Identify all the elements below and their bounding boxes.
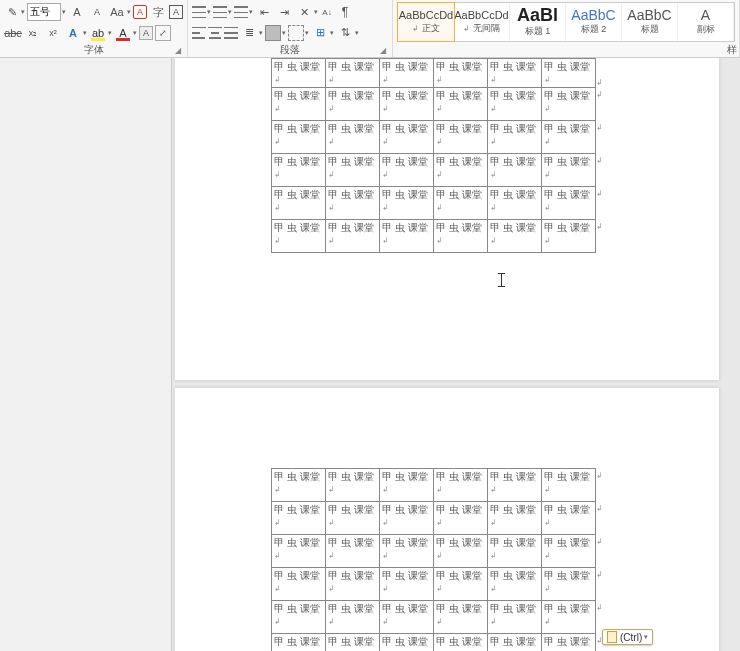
table-cell[interactable]: 甲 虫 课堂↲ (488, 59, 542, 88)
table-cell[interactable]: 甲 虫 课堂↲ (380, 88, 434, 121)
table-cell[interactable]: 甲 虫 课堂↲ (380, 59, 434, 88)
table-cell[interactable]: 甲 虫 课堂↲ (542, 601, 596, 634)
table-cell[interactable]: 甲 虫 课堂↲ (326, 88, 380, 121)
table-cell[interactable]: 甲 虫 课堂↲ (272, 502, 326, 535)
subscript-button[interactable]: x₂ (24, 24, 42, 42)
multilevel-list-button[interactable] (234, 6, 248, 18)
table-cell[interactable]: 甲 虫 课堂↲ (380, 220, 434, 253)
table-cell[interactable]: 甲 虫 课堂↲ (380, 568, 434, 601)
table-cell[interactable]: 甲 虫 课堂↲ (380, 601, 434, 634)
table-cell[interactable]: 甲 虫 课堂↲ (434, 121, 488, 154)
chevron-down-icon[interactable]: ▾ (62, 8, 66, 16)
shrink-font-button[interactable]: A (88, 3, 106, 21)
chevron-down-icon[interactable]: ▾ (207, 8, 211, 16)
table-cell[interactable]: 甲 虫 课堂↲ (488, 220, 542, 253)
table-cell[interactable]: 甲 虫 课堂↲ (272, 154, 326, 187)
table-cell[interactable]: 甲 虫 课堂↲ (434, 154, 488, 187)
table-cell[interactable]: 甲 虫 课堂↲ (434, 568, 488, 601)
table-cell[interactable]: 甲 虫 课堂↲ (434, 634, 488, 652)
style-item-副标[interactable]: A副标 (678, 3, 734, 41)
chevron-down-icon[interactable]: ▾ (259, 29, 263, 37)
sort-button[interactable]: A↓ (320, 5, 334, 19)
paste-options-button[interactable]: (Ctrl) ▾ (602, 629, 653, 645)
table-cell[interactable]: 甲 虫 课堂↲ (542, 220, 596, 253)
clear-formatting-button[interactable]: A (133, 5, 147, 19)
table-cell[interactable]: 甲 虫 课堂↲ (380, 187, 434, 220)
chevron-down-icon[interactable]: ▾ (108, 29, 112, 37)
table-cell[interactable]: 甲 虫 课堂↲ (542, 535, 596, 568)
document-page-1[interactable]: 甲 虫 课堂↲甲 虫 课堂↲甲 虫 课堂↲甲 虫 课堂↲甲 虫 课堂↲甲 虫 课… (175, 58, 719, 380)
table-cell[interactable]: 甲 虫 课堂↲ (488, 88, 542, 121)
bullets-button[interactable] (192, 6, 206, 18)
table-cell[interactable]: 甲 虫 课堂↲ (488, 634, 542, 652)
chevron-down-icon[interactable]: ▾ (127, 8, 131, 16)
decrease-indent-button[interactable]: ⇤ (255, 3, 273, 21)
dialog-launcher-font[interactable]: ◢ (175, 46, 185, 56)
chevron-down-icon[interactable]: ▾ (330, 29, 334, 37)
highlight-color-button[interactable]: ab (89, 25, 107, 41)
align-left-button[interactable] (192, 27, 206, 39)
chevron-down-icon[interactable]: ▾ (133, 29, 137, 37)
superscript-button[interactable]: x² (44, 24, 62, 42)
table-cell[interactable]: 甲 虫 课堂↲ (326, 634, 380, 652)
table-cell[interactable]: 甲 虫 课堂↲ (542, 502, 596, 535)
align-center-button[interactable] (208, 27, 222, 39)
document-table-1[interactable]: 甲 虫 课堂↲甲 虫 课堂↲甲 虫 课堂↲甲 虫 课堂↲甲 虫 课堂↲甲 虫 课… (271, 58, 604, 253)
table-cell[interactable]: 甲 虫 课堂↲ (434, 88, 488, 121)
table-cell[interactable]: 甲 虫 课堂↲ (326, 220, 380, 253)
text-effects-button[interactable]: A (64, 24, 82, 42)
dialog-launcher-paragraph[interactable]: ◢ (380, 46, 390, 56)
style-item-无间隔[interactable]: AaBbCcDd无间隔 (454, 3, 510, 41)
change-case-button[interactable]: Aa (108, 3, 126, 21)
strikethrough-button[interactable]: abc (4, 24, 22, 42)
table-cell[interactable]: 甲 虫 课堂↲ (488, 187, 542, 220)
table-cell[interactable]: 甲 虫 课堂↲ (272, 187, 326, 220)
table-cell[interactable]: 甲 虫 课堂↲ (272, 634, 326, 652)
table-cell[interactable]: 甲 虫 课堂↲ (488, 502, 542, 535)
table-cell[interactable]: 甲 虫 课堂↲ (488, 601, 542, 634)
borders-button[interactable] (288, 25, 304, 41)
table-cell[interactable]: 甲 虫 课堂↲ (380, 634, 434, 652)
table-cell[interactable]: 甲 虫 课堂↲ (326, 59, 380, 88)
table-cell[interactable]: 甲 虫 课堂↲ (272, 220, 326, 253)
align-justify-button[interactable] (224, 27, 238, 39)
paragraph-settings-button[interactable]: ⇅ (336, 24, 354, 42)
table-cell[interactable]: 甲 虫 课堂↲ (542, 568, 596, 601)
table-cell[interactable]: 甲 虫 课堂↲ (488, 568, 542, 601)
table-cell[interactable]: 甲 虫 课堂↲ (488, 469, 542, 502)
table-cell[interactable]: 甲 虫 课堂↲ (542, 59, 596, 88)
table-cell[interactable]: 甲 虫 课堂↲ (272, 535, 326, 568)
style-item-正文[interactable]: AaBbCcDd正文 (397, 2, 455, 42)
table-cell[interactable]: 甲 虫 课堂↲ (326, 154, 380, 187)
table-cell[interactable]: 甲 虫 课堂↲ (434, 220, 488, 253)
table-cell[interactable]: 甲 虫 课堂↲ (326, 187, 380, 220)
table-cell[interactable]: 甲 虫 课堂↲ (326, 535, 380, 568)
document-table-2[interactable]: 甲 虫 课堂↲甲 虫 课堂↲甲 虫 课堂↲甲 虫 课堂↲甲 虫 课堂↲甲 虫 课… (271, 468, 604, 651)
line-spacing-button[interactable]: ≣ (240, 24, 258, 42)
table-cell[interactable]: 甲 虫 课堂↲ (542, 469, 596, 502)
table-cell[interactable]: 甲 虫 课堂↲ (272, 568, 326, 601)
table-cell[interactable]: 甲 虫 课堂↲ (380, 535, 434, 568)
table-cell[interactable]: 甲 虫 课堂↲ (380, 469, 434, 502)
style-item-标题[interactable]: AaBbC标题 (622, 3, 678, 41)
char-shading-button[interactable]: A (139, 26, 153, 40)
enclose-chars-button[interactable]: ⤢ (155, 25, 171, 41)
table-cell[interactable]: 甲 虫 课堂↲ (272, 88, 326, 121)
table-cell[interactable]: 甲 虫 课堂↲ (542, 187, 596, 220)
chevron-down-icon[interactable]: ▾ (282, 29, 286, 37)
table-cell[interactable]: 甲 虫 课堂↲ (380, 154, 434, 187)
table-cell[interactable]: 甲 虫 课堂↲ (326, 502, 380, 535)
table-cell[interactable]: 甲 虫 课堂↲ (272, 121, 326, 154)
table-cell[interactable]: 甲 虫 课堂↲ (326, 469, 380, 502)
numbering-button[interactable] (213, 6, 227, 18)
table-cell[interactable]: 甲 虫 课堂↲ (434, 535, 488, 568)
table-cell[interactable]: 甲 虫 课堂↲ (326, 568, 380, 601)
table-cell[interactable]: 甲 虫 课堂↲ (542, 634, 596, 652)
chevron-down-icon[interactable]: ▾ (228, 8, 232, 16)
table-cell[interactable]: 甲 虫 课堂↲ (326, 601, 380, 634)
style-item-标题 1[interactable]: AaBl标题 1 (510, 3, 566, 41)
table-cell[interactable]: 甲 虫 课堂↲ (326, 121, 380, 154)
chevron-down-icon[interactable]: ▾ (83, 29, 87, 37)
table-cell[interactable]: 甲 虫 课堂↲ (380, 502, 434, 535)
style-item-标题 2[interactable]: AaBbC标题 2 (566, 3, 622, 41)
